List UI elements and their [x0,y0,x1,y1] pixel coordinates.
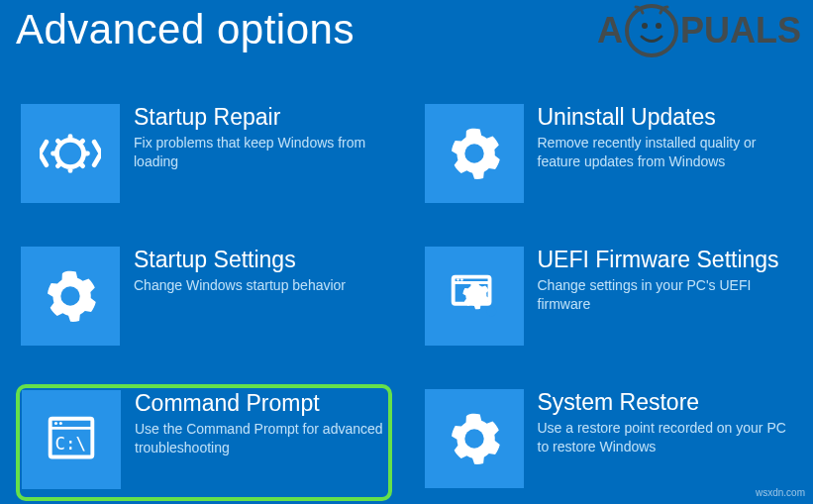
tile-uefi-firmware[interactable]: UEFI Firmware Settings Change settings i… [420,242,796,358]
watermark-logo: A PUALS [597,4,801,57]
svg-point-15 [464,429,483,448]
firmware-icon [425,247,524,346]
tile-desc: Use a restore point recorded on your PC … [538,419,791,456]
tile-title: UEFI Firmware Settings [538,247,791,272]
watermark-p-icon [625,4,678,57]
svg-point-1 [642,23,648,29]
tile-title: Startup Settings [134,247,387,272]
svg-point-3 [464,144,483,162]
credit-text: wsxdn.com [756,487,805,498]
gear-icon [21,247,120,346]
watermark-text-right: PUALS [680,10,801,51]
command-prompt-icon: C:\ [22,390,121,489]
watermark-text-left: A [597,10,623,51]
tile-title: Command Prompt [135,390,386,416]
tile-desc: Change Windows startup behavior [134,276,387,295]
svg-point-12 [54,422,57,425]
tile-startup-settings[interactable]: Startup Settings Change Windows startup … [16,242,392,358]
tile-uninstall-updates[interactable]: Uninstall Updates Remove recently instal… [420,99,796,216]
gear-icon [425,389,524,488]
svg-point-9 [486,307,496,317]
svg-text:C:\: C:\ [55,434,86,454]
tile-desc: Fix problems that keep Windows from load… [134,134,387,171]
svg-point-0 [627,6,676,55]
tile-title: System Restore [538,389,791,415]
svg-point-8 [460,278,463,281]
tile-desc: Remove recently installed quality or fea… [538,134,791,171]
option-grid: Startup Repair Fix problems that keep Wi… [0,53,813,501]
svg-point-7 [457,278,459,281]
startup-repair-icon [21,104,120,203]
tile-desc: Use the Command Prompt for advanced trou… [135,420,386,457]
svg-point-4 [60,286,79,305]
tile-command-prompt[interactable]: C:\ Command Prompt Use the Command Promp… [16,384,392,501]
tile-system-restore[interactable]: System Restore Use a restore point recor… [420,384,796,501]
tile-desc: Change settings in your PC's UEFI firmwa… [538,276,791,314]
svg-point-2 [656,23,661,29]
gear-icon [425,104,524,203]
svg-point-13 [59,422,62,425]
tile-title: Startup Repair [134,104,387,130]
tile-title: Uninstall Updates [538,104,791,130]
tile-startup-repair[interactable]: Startup Repair Fix problems that keep Wi… [16,99,392,216]
